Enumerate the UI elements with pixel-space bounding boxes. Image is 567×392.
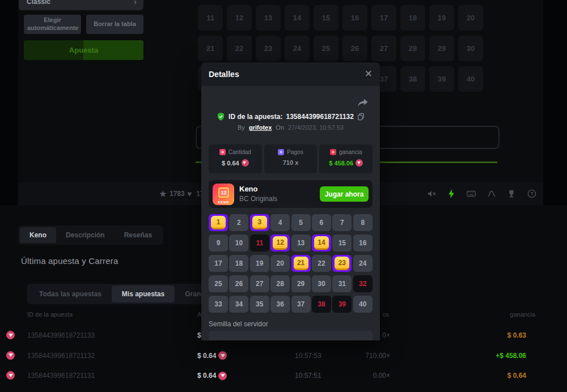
grid-number: 10 (229, 235, 248, 252)
stat-label-row: ganancia (319, 149, 373, 155)
stat-value: $ 0.64 (209, 159, 262, 167)
profit-cell: $ 0.63 (507, 325, 526, 346)
close-icon[interactable]: ✕ (365, 62, 373, 86)
lightning-icon[interactable] (446, 189, 456, 199)
gold-tile: 12 (273, 236, 287, 250)
grid-number: 24 (353, 255, 373, 272)
bet-button[interactable]: Apuesta (24, 40, 143, 60)
grid-number-hit: 14 (312, 235, 331, 252)
game-row: 12 KENO Keno BC Originals Jugar ahora (209, 180, 373, 208)
grid-number-hit: 3 (250, 214, 269, 231)
board-cell[interactable]: 24 (285, 36, 310, 61)
star-icon[interactable]: ★ (159, 182, 167, 205)
trophy-icon[interactable] (506, 189, 517, 199)
on-label: On (276, 124, 284, 131)
bets-filter-tab[interactable]: Todas las apuestas (29, 286, 112, 302)
server-seed-input[interactable] (209, 331, 373, 340)
stat-box: Cantidad$ 0.64 (209, 144, 262, 173)
stat-value: 710 x (264, 159, 318, 166)
gold-tile: 14 (314, 236, 329, 250)
keyboard-icon[interactable] (466, 189, 476, 199)
play-now-button[interactable]: Jugar ahora (320, 186, 369, 202)
live-stats-icon[interactable] (486, 189, 497, 199)
section-title: Última apuesta y Carrera (21, 256, 119, 266)
board-cell[interactable]: 25 (314, 36, 338, 61)
board-cell[interactable]: 21 (198, 36, 223, 61)
table-row[interactable]: 135844399618721131$ 0.6410:57:510.00×$ 0… (18, 365, 549, 386)
clear-table-button[interactable]: Borrar la tabla (86, 15, 143, 34)
board-cell[interactable]: 23 (256, 36, 281, 61)
grid-number: 33 (209, 296, 228, 313)
chevron-right-icon: › (134, 0, 137, 10)
svg-text:?: ? (530, 191, 533, 197)
grid-number-missed: 39 (332, 296, 352, 313)
board-cell[interactable]: 11 (198, 5, 223, 31)
board-cell[interactable]: 38 (400, 66, 425, 92)
board-cell[interactable]: 27 (371, 36, 396, 61)
board-cell[interactable]: 26 (342, 36, 367, 61)
grid-number: 26 (229, 275, 248, 292)
board-cell[interactable]: 18 (400, 5, 425, 31)
left-gutter (0, 0, 18, 205)
coin-icon (6, 351, 15, 360)
gold-tile: 3 (252, 216, 267, 229)
stat-box: Pagos710 x (264, 144, 318, 173)
board-cell[interactable]: 20 (458, 5, 483, 31)
board-cell[interactable]: 16 (342, 5, 367, 31)
header-bet-id: ID de la apuesta (27, 311, 73, 318)
tab-keno[interactable]: Keno (20, 227, 56, 243)
grid-number: 17 (209, 255, 228, 272)
grid-number: 9 (209, 235, 228, 252)
board-cell[interactable]: 29 (429, 36, 454, 61)
board-cell[interactable]: 22 (227, 36, 252, 61)
board-cell[interactable]: 39 (429, 66, 454, 92)
board-cell[interactable]: 19 (429, 5, 454, 31)
bets-filter-tab[interactable]: Mis apuestas (112, 286, 175, 302)
board-cell[interactable]: 12 (227, 5, 252, 31)
grid-number: 28 (270, 275, 290, 292)
bet-id-row: ID de la apuesta: 135844399618721132 (201, 112, 380, 121)
amount-cell: $ (197, 325, 201, 346)
coin-icon (218, 351, 227, 360)
keno-numbers-grid: 1234567891011121314151617181920212223242… (209, 214, 373, 313)
modal-title: Detalles (209, 62, 239, 86)
tab-reseñas[interactable]: Reseñas (115, 227, 162, 243)
username-link[interactable]: grifotex (249, 124, 272, 131)
game-name: Keno (239, 185, 258, 193)
grid-number-missed: 11 (250, 235, 269, 252)
grid-number-hit: 23 (332, 255, 352, 272)
stat-label: Cantidad (229, 149, 251, 155)
grid-number: 27 (250, 275, 269, 292)
help-icon[interactable]: ? (527, 189, 537, 199)
game-tabs: KenoDescripciónReseñas (18, 225, 163, 245)
table-row[interactable]: 135844399618721132$ 0.6410:57:53710.00×+… (18, 346, 549, 366)
gold-tile: 21 (294, 257, 308, 270)
grid-number: 31 (332, 275, 352, 292)
bet-mode-select[interactable]: Classic › (19, 0, 143, 10)
server-seed-label: Semilla del servidor (209, 320, 268, 328)
coin-icon (218, 372, 227, 380)
stat-label: Pagos (287, 149, 303, 155)
grid-number: 8 (353, 214, 373, 231)
grid-number: 5 (291, 214, 311, 231)
sound-muted-icon[interactable] (426, 189, 437, 199)
star-count: 1783 (170, 182, 185, 205)
board-cell[interactable]: 30 (458, 36, 483, 61)
board-cell[interactable]: 28 (400, 36, 425, 61)
board-cell[interactable]: 15 (314, 5, 338, 31)
grid-number: 19 (250, 255, 269, 272)
share-icon[interactable] (357, 97, 369, 108)
bet-stats: Cantidad$ 0.64Pagos710 xganancia$ 458.06 (209, 144, 373, 173)
time-cell: 10:57:51 (295, 365, 321, 386)
auto-pick-button[interactable]: Elegir automáticamente (24, 15, 81, 34)
board-cell[interactable]: 40 (458, 66, 483, 92)
board-cell[interactable]: 13 (256, 5, 281, 31)
board-cell[interactable]: 14 (285, 5, 310, 31)
grid-number: 35 (250, 296, 269, 313)
copy-icon[interactable] (357, 113, 365, 121)
heart-icon[interactable]: ♥ (187, 182, 192, 205)
board-cell[interactable]: 17 (371, 5, 396, 31)
grid-number: 20 (270, 255, 290, 272)
grid-number: 18 (229, 255, 248, 272)
tab-descripción[interactable]: Descripción (56, 227, 115, 243)
